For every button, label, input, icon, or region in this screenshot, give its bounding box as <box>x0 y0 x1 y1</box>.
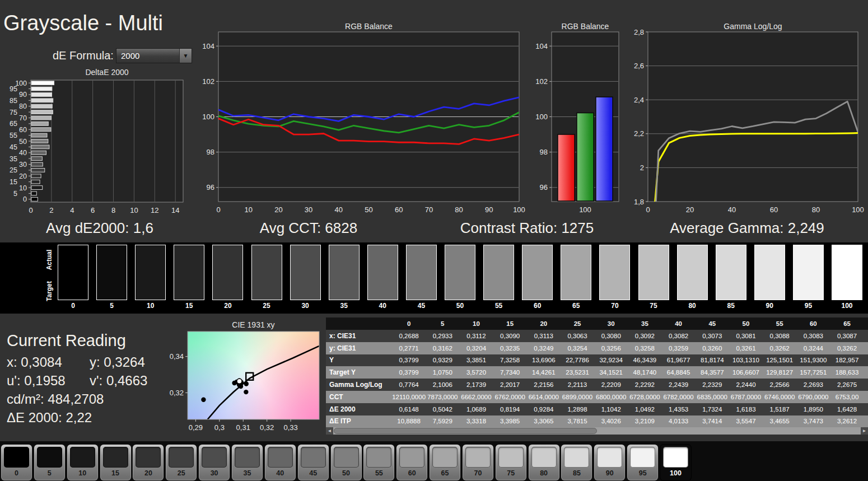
pattern-level-button-35[interactable]: 35 <box>232 445 263 480</box>
gray-swatch-30 <box>290 245 321 300</box>
table-cell: 6746,0000 <box>763 394 796 400</box>
svg-text:100: 100 <box>202 113 214 121</box>
table-cell: 3,3065 <box>527 418 561 424</box>
table-cell: 64,8845 <box>662 369 696 376</box>
gray-swatch-90 <box>754 245 785 300</box>
pattern-level-label: 50 <box>331 469 362 477</box>
svg-text:2,6: 2,6 <box>634 62 644 70</box>
scroll-left-icon[interactable]: ◄ <box>326 427 333 435</box>
table-scrollbar[interactable]: ◄ ► <box>326 427 868 435</box>
deltae-bar-60 <box>31 128 51 132</box>
pattern-level-button-25[interactable]: 25 <box>166 445 197 480</box>
deltae-bar-45 <box>31 145 49 149</box>
table-cell: 0,3259 <box>662 345 696 352</box>
gray-swatch-label: 55 <box>483 302 514 310</box>
table-cell: 0,3204 <box>459 345 493 352</box>
pattern-level-label: 60 <box>396 469 427 477</box>
table-cell: 0,3088 <box>763 333 796 339</box>
table-cell: 3,7414 <box>696 418 729 424</box>
column-header: 65 <box>830 320 864 327</box>
pattern-level-label: 55 <box>363 469 394 477</box>
gray-swatch-25 <box>251 245 282 300</box>
pattern-level-button-80[interactable]: 80 <box>529 445 559 480</box>
row-label: x: CIE31 <box>326 332 392 340</box>
pattern-level-label: 90 <box>594 469 625 477</box>
pattern-level-button-65[interactable]: 65 <box>430 445 460 480</box>
pattern-level-button-85[interactable]: 85 <box>561 445 592 480</box>
table-cell: 0,3082 <box>662 333 696 339</box>
svg-text:2: 2 <box>49 206 53 214</box>
de-formula-select[interactable]: 2000 ▼ <box>116 48 192 63</box>
svg-text:0,29: 0,29 <box>189 423 203 432</box>
pattern-level-button-95[interactable]: 95 <box>627 445 658 480</box>
pattern-bar: 0510152025303540455055606570758085909510… <box>0 441 868 481</box>
gray-swatch-label: 5 <box>96 302 127 310</box>
table-cell: 125,1501 <box>763 357 796 363</box>
table-cell: 6728,0000 <box>628 394 661 400</box>
deltae-bar-40 <box>31 151 46 155</box>
table-cell: 188,633 <box>830 369 864 376</box>
table-row: y: CIE310,27710,31620,32040,32350,32490,… <box>326 342 868 354</box>
rgb-balance-line-chart: RGB Balance96981001021040102030405060708… <box>202 20 529 213</box>
table-cell: 0,2688 <box>392 333 426 339</box>
pattern-level-button-0[interactable]: 0 <box>1 445 32 480</box>
pattern-level-label: 70 <box>463 469 493 477</box>
table-cell: 1,2898 <box>561 406 594 413</box>
table-cell: 22,7786 <box>561 357 594 363</box>
scrollbar-thumb[interactable] <box>334 428 597 434</box>
row-label: Y <box>326 356 392 364</box>
column-header: 0 <box>392 320 426 327</box>
pattern-level-button-30[interactable]: 30 <box>199 445 230 480</box>
svg-text:98: 98 <box>540 148 548 156</box>
svg-text:8: 8 <box>111 206 115 214</box>
svg-text:10: 10 <box>244 206 252 213</box>
gray-swatch-label: 40 <box>367 302 398 310</box>
deltae-bar-90 <box>31 93 52 97</box>
pattern-level-swatch <box>366 447 391 468</box>
pattern-level-label: 25 <box>166 469 197 477</box>
pattern-level-button-50[interactable]: 50 <box>331 445 362 480</box>
table-cell: 0,5042 <box>426 406 459 413</box>
pattern-level-button-75[interactable]: 75 <box>496 445 526 480</box>
reading-de2000: ΔE 2000: 2,22 <box>7 410 92 426</box>
stat-avg-cct: Avg CCT: 6828 <box>260 220 357 237</box>
table-cell: 7,3258 <box>493 357 527 363</box>
pattern-level-swatch <box>334 447 359 468</box>
table-cell: 3,3985 <box>493 418 527 424</box>
pattern-level-button-5[interactable]: 5 <box>34 445 65 480</box>
svg-text:40: 40 <box>728 206 736 213</box>
deltae-bar-55 <box>31 133 47 137</box>
pattern-level-label: 10 <box>67 469 98 477</box>
pattern-level-button-55[interactable]: 55 <box>363 445 394 480</box>
pattern-level-button-90[interactable]: 90 <box>594 445 625 480</box>
svg-text:70: 70 <box>19 114 27 122</box>
pattern-level-button-70[interactable]: 70 <box>463 445 493 480</box>
gray-swatch-35 <box>329 245 360 300</box>
table-cell: 2,2156 <box>527 381 561 388</box>
pattern-level-button-45[interactable]: 45 <box>298 445 329 480</box>
table-cell: 0,3162 <box>426 345 459 352</box>
table-cell: 0,3262 <box>830 345 864 352</box>
table-cell: 7,5929 <box>426 418 459 424</box>
table-row: x: CIE310,26880,29330,31120,30900,31130,… <box>326 330 868 342</box>
pattern-level-button-60[interactable]: 60 <box>396 445 427 480</box>
table-cell: 2,2675 <box>830 381 864 388</box>
svg-text:35: 35 <box>10 155 17 163</box>
pattern-level-button-20[interactable]: 20 <box>133 445 164 480</box>
pattern-level-button-40[interactable]: 40 <box>265 445 296 480</box>
chevron-down-icon[interactable]: ▼ <box>179 49 192 63</box>
deltae-bar-15 <box>31 180 40 184</box>
scroll-right-icon[interactable]: ► <box>861 427 868 435</box>
row-label: Target Y <box>326 368 392 376</box>
pattern-level-button-100[interactable]: 100 <box>660 445 691 480</box>
svg-text:25: 25 <box>10 166 17 174</box>
table-cell: 6800,0000 <box>594 394 628 400</box>
table-cell: 0,3261 <box>729 345 763 352</box>
table-cell: 2,2017 <box>493 381 527 388</box>
pattern-level-button-15[interactable]: 15 <box>100 445 131 480</box>
table-cell: 0,8194 <box>493 406 527 413</box>
table-cell: 13,6906 <box>527 357 561 363</box>
pattern-level-button-10[interactable]: 10 <box>67 445 98 480</box>
svg-text:50: 50 <box>19 138 27 146</box>
chart-title: RGB Balance <box>562 22 609 31</box>
